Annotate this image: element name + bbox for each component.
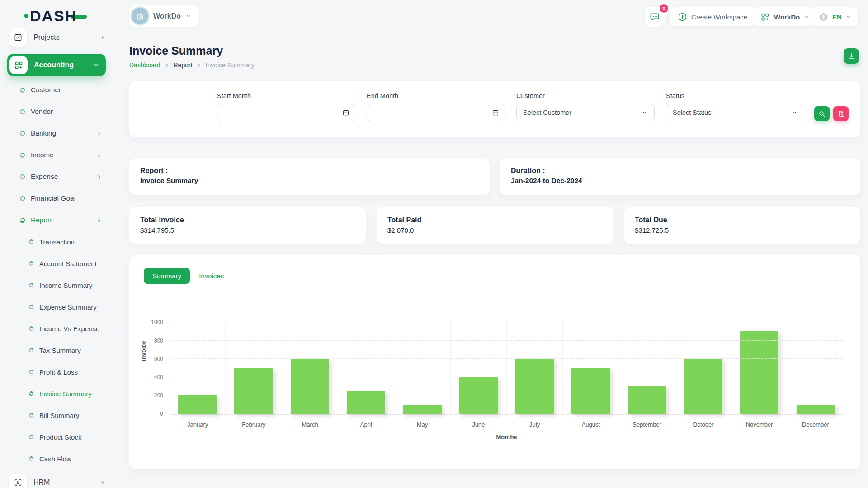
chart-slot xyxy=(675,322,731,414)
chart-bars xyxy=(170,322,844,414)
chevron-right-icon xyxy=(96,131,102,136)
user-focus-icon xyxy=(9,474,27,488)
sidebar-item-financial-goal[interactable]: Financial Goal xyxy=(7,188,108,209)
end-month-field: End Month xyxy=(367,92,505,137)
y-tick-label: 400 xyxy=(154,374,163,380)
apply-filter-button[interactable] xyxy=(814,106,830,121)
bullet-icon xyxy=(20,109,25,114)
reset-filter-button[interactable] xyxy=(833,106,849,121)
sidebar-item-tax-summary[interactable]: Tax Summary xyxy=(7,339,108,361)
y-tick-label: 0 xyxy=(160,411,163,417)
gridline xyxy=(170,395,844,395)
bar-march xyxy=(291,359,329,414)
bullet-icon xyxy=(20,218,25,223)
chevron-right-icon xyxy=(96,152,102,158)
grid-plus-icon xyxy=(9,56,28,74)
bullet-icon xyxy=(29,305,33,309)
y-tick-label: 600 xyxy=(154,356,163,362)
sidebar-item-accounting[interactable]: Accounting xyxy=(7,54,106,76)
sidebar-item-customer[interactable]: Customer xyxy=(7,79,108,101)
breadcrumb-report[interactable]: Report xyxy=(174,61,193,69)
download-button[interactable] xyxy=(844,48,859,64)
x-tick-label: January xyxy=(170,421,226,428)
app-logo[interactable]: DASH xyxy=(30,7,87,25)
customer-field: Customer Select Customer xyxy=(516,92,655,137)
sidebar-item-bill-summary[interactable]: Bill Summary xyxy=(7,404,108,426)
workspace-selector[interactable]: WorkDo xyxy=(129,5,199,27)
sidebar-item-product-stock[interactable]: Product Stock xyxy=(7,426,108,448)
x-axis-title: Months xyxy=(153,434,860,441)
bar-november xyxy=(740,331,778,414)
calendar-icon[interactable] xyxy=(342,109,349,116)
bar-june xyxy=(459,377,498,414)
page-title: Invoice Summary xyxy=(129,44,860,57)
customer-select[interactable]: Select Customer xyxy=(516,104,655,121)
bar-february xyxy=(234,368,273,414)
language-selector[interactable]: EN xyxy=(812,7,858,26)
filter-buttons xyxy=(814,106,849,137)
sidebar-item-expense[interactable]: Expense xyxy=(7,166,108,188)
status-field: Status Select Status xyxy=(666,92,804,137)
x-tick-label: April xyxy=(338,421,394,428)
chevron-down-icon xyxy=(642,109,648,116)
workdo-menu-button[interactable]: WorkDo xyxy=(754,7,816,26)
y-axis-label: Invoice xyxy=(140,341,147,361)
total-due-card: Total Due $312,725.5 xyxy=(624,207,860,244)
breadcrumb-dashboard[interactable]: Dashboard xyxy=(129,61,160,69)
totals-row: Total Invoice $314,795.5 Total Paid $2,0… xyxy=(129,207,860,244)
y-tick-label: 200 xyxy=(154,392,163,399)
filter-panel: Start Month End Month Customer Select Cu… xyxy=(129,81,860,137)
bar-august xyxy=(571,368,610,414)
bullet-icon xyxy=(29,456,33,461)
total-invoice-card: Total Invoice $314,795.5 xyxy=(129,207,366,244)
end-month-input[interactable] xyxy=(373,109,492,116)
x-tick-label: May xyxy=(394,421,450,428)
sidebar-item-hrm[interactable]: HRM xyxy=(7,473,108,488)
create-workspace-button[interactable]: Create Workspace xyxy=(670,7,755,26)
workdo-menu-label: WorkDo xyxy=(774,13,800,21)
sidebar-item-income-vs-expense[interactable]: Income Vs Expense xyxy=(7,318,108,339)
chevron-down-icon xyxy=(791,109,797,116)
bullet-icon xyxy=(20,131,25,136)
sidebar-item-income-summary[interactable]: Income Summary xyxy=(7,274,108,296)
sidebar-item-banking[interactable]: Banking xyxy=(7,122,108,144)
sidebar-item-income[interactable]: Income xyxy=(7,144,108,166)
report-card: Report : Invoice Summary xyxy=(129,158,490,195)
chevron-right-icon xyxy=(99,34,106,41)
x-axis-labels: JanuaryFebruaryMarchAprilMayJuneJulyAugu… xyxy=(170,421,844,428)
sidebar-item-account-statement[interactable]: Account Statement xyxy=(7,253,108,274)
bullet-icon xyxy=(29,435,33,439)
x-tick-label: November xyxy=(731,421,788,428)
sidebar-item-expense-summary[interactable]: Expense Summary xyxy=(7,296,108,318)
globe-icon xyxy=(819,12,828,22)
start-month-input[interactable] xyxy=(223,109,342,116)
messages-badge: 0 xyxy=(660,4,668,13)
sidebar-item-transaction[interactable]: Transaction xyxy=(7,231,108,253)
chart-slot xyxy=(226,322,282,414)
chart-slot xyxy=(170,322,226,414)
bar-september xyxy=(628,386,666,414)
sidebar-item-report[interactable]: Report xyxy=(7,209,108,231)
sidebar-item-projects[interactable]: Projects xyxy=(7,28,108,47)
messages-button[interactable]: 0 xyxy=(645,7,665,27)
bullet-icon xyxy=(29,283,33,287)
download-icon xyxy=(848,52,855,60)
total-paid-label: Total Paid xyxy=(387,216,602,224)
chevron-right-icon xyxy=(96,217,102,223)
tab-invoices[interactable]: Invoices xyxy=(199,272,224,280)
bar-december xyxy=(797,405,835,414)
chart-slot xyxy=(788,322,844,414)
calendar-icon[interactable] xyxy=(492,109,499,116)
bullet-icon xyxy=(29,239,33,244)
bullet-icon xyxy=(29,261,33,266)
sidebar-item-cash-flow[interactable]: Cash Flow xyxy=(7,448,108,469)
sidebar-item-invoice-summary[interactable]: Invoice Summary xyxy=(7,383,108,404)
chevron-right-icon xyxy=(99,479,106,486)
sidebar-item-vendor[interactable]: Vendor xyxy=(7,101,108,122)
status-select[interactable]: Select Status xyxy=(666,104,804,121)
start-month-input-wrap xyxy=(217,104,355,121)
sidebar: Projects Accounting Customer Vendor Bank… xyxy=(0,25,116,488)
tab-summary[interactable]: Summary xyxy=(144,268,190,284)
sidebar-item-profit-loss[interactable]: Profit & Loss xyxy=(7,361,108,383)
gridline xyxy=(170,322,844,322)
